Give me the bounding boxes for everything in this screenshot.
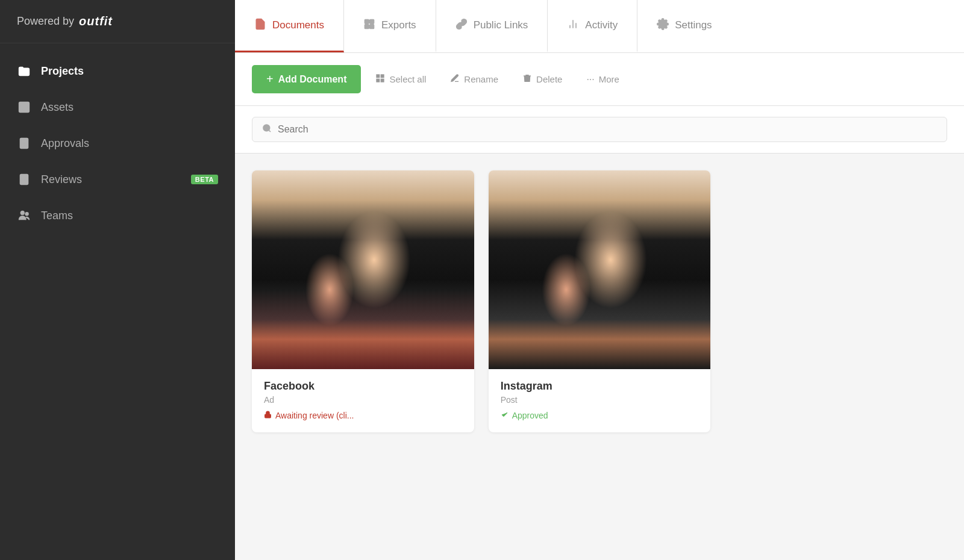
documents-area: Facebook Ad Awaiting review (cli... bbox=[235, 154, 964, 560]
tab-exports-label: Exports bbox=[381, 19, 416, 31]
doc-subtitle-facebook: Ad bbox=[264, 395, 462, 405]
tab-settings[interactable]: Settings bbox=[637, 0, 731, 52]
sidebar-item-label: Approvals bbox=[41, 137, 89, 150]
search-icon bbox=[262, 123, 272, 135]
svg-point-8 bbox=[25, 213, 28, 216]
folder-icon bbox=[17, 64, 31, 78]
doc-photo-instagram bbox=[489, 170, 711, 369]
powered-by-text: Powered by bbox=[17, 15, 74, 28]
sidebar-header: Powered by outfit bbox=[0, 0, 235, 43]
doc-status-facebook: Awaiting review (cli... bbox=[264, 411, 462, 420]
select-all-icon bbox=[375, 73, 385, 86]
sidebar-item-projects[interactable]: Projects bbox=[0, 53, 235, 89]
sidebar-item-label: Reviews bbox=[41, 173, 82, 186]
document-card-instagram[interactable]: Instagram Post Approved bbox=[489, 170, 711, 432]
exports-tab-icon bbox=[363, 18, 375, 33]
tab-documents[interactable]: Documents bbox=[235, 0, 344, 52]
settings-tab-icon bbox=[657, 18, 669, 33]
more-label: More bbox=[599, 74, 619, 84]
activity-tab-icon bbox=[567, 18, 579, 33]
rename-button[interactable]: Rename bbox=[440, 67, 508, 92]
doc-status-label-facebook: Awaiting review (cli... bbox=[275, 411, 354, 420]
document-card-facebook[interactable]: Facebook Ad Awaiting review (cli... bbox=[252, 170, 474, 432]
add-document-button[interactable]: + Add Document bbox=[252, 65, 361, 93]
doc-card-body-facebook: Facebook Ad Awaiting review (cli... bbox=[252, 369, 474, 432]
sidebar-item-reviews[interactable]: Reviews BETA bbox=[0, 161, 235, 198]
add-document-label: Add Document bbox=[278, 74, 347, 85]
svg-rect-20 bbox=[381, 79, 384, 82]
tabs-bar: Documents Exports Public Links bbox=[235, 0, 964, 53]
rename-label: Rename bbox=[464, 74, 498, 84]
tab-documents-label: Documents bbox=[272, 19, 324, 31]
main-content: Documents Exports Public Links bbox=[235, 0, 964, 560]
tab-activity[interactable]: Activity bbox=[548, 0, 637, 52]
svg-rect-11 bbox=[365, 24, 369, 28]
svg-rect-10 bbox=[370, 19, 374, 23]
tab-activity-label: Activity bbox=[585, 19, 618, 31]
sidebar-item-label: Teams bbox=[41, 210, 73, 222]
doc-card-image-instagram bbox=[489, 170, 711, 369]
tab-exports[interactable]: Exports bbox=[344, 0, 436, 52]
sidebar-item-teams[interactable]: Teams bbox=[0, 198, 235, 234]
search-container bbox=[235, 106, 964, 154]
svg-rect-9 bbox=[365, 19, 369, 23]
clipboard-icon bbox=[17, 136, 31, 151]
sidebar-item-assets[interactable]: Assets bbox=[0, 89, 235, 125]
link-tab-icon bbox=[455, 18, 468, 33]
search-box bbox=[252, 117, 947, 142]
tab-settings-label: Settings bbox=[675, 19, 712, 31]
doc-status-label-instagram: Approved bbox=[512, 411, 548, 420]
doc-status-instagram: Approved bbox=[501, 411, 699, 420]
toolbar: + Add Document Select all Rename bbox=[235, 53, 964, 106]
delete-icon bbox=[522, 73, 532, 86]
awaiting-icon bbox=[264, 411, 272, 420]
doc-title-facebook: Facebook bbox=[264, 380, 462, 393]
select-all-label: Select all bbox=[389, 74, 426, 84]
rename-icon bbox=[450, 73, 460, 86]
image-icon bbox=[17, 100, 31, 114]
search-input[interactable] bbox=[278, 124, 937, 135]
users-icon bbox=[17, 208, 31, 223]
beta-badge: BETA bbox=[191, 175, 218, 184]
plus-icon: + bbox=[266, 72, 274, 86]
sidebar-nav: Projects Assets A bbox=[0, 43, 235, 560]
approved-icon bbox=[501, 411, 509, 420]
svg-rect-12 bbox=[370, 24, 374, 28]
doc-title-instagram: Instagram bbox=[501, 380, 699, 393]
more-icon: ··· bbox=[586, 74, 594, 85]
doc-tab-icon bbox=[254, 18, 266, 33]
svg-point-7 bbox=[21, 211, 25, 215]
delete-label: Delete bbox=[536, 74, 562, 84]
doc-card-body-instagram: Instagram Post Approved bbox=[489, 369, 711, 432]
sidebar: Powered by outfit Projects Assets bbox=[0, 0, 235, 560]
sidebar-item-approvals[interactable]: Approvals bbox=[0, 125, 235, 161]
tab-public-links[interactable]: Public Links bbox=[436, 0, 548, 52]
svg-rect-18 bbox=[381, 75, 384, 78]
brand-name: outfit bbox=[79, 14, 113, 28]
select-all-button[interactable]: Select all bbox=[366, 67, 436, 92]
svg-line-22 bbox=[269, 130, 271, 132]
svg-rect-19 bbox=[377, 79, 380, 82]
documents-grid: Facebook Ad Awaiting review (cli... bbox=[252, 170, 947, 432]
svg-point-1 bbox=[21, 104, 23, 106]
doc-subtitle-instagram: Post bbox=[501, 395, 699, 405]
doc-photo-facebook bbox=[252, 170, 474, 369]
svg-rect-17 bbox=[377, 75, 380, 78]
delete-button[interactable]: Delete bbox=[513, 67, 572, 92]
doc-card-image-facebook bbox=[252, 170, 474, 369]
tab-public-links-label: Public Links bbox=[474, 19, 528, 31]
more-button[interactable]: ··· More bbox=[577, 68, 629, 91]
reviews-icon bbox=[17, 172, 31, 187]
sidebar-item-label: Assets bbox=[41, 101, 74, 114]
svg-point-21 bbox=[263, 125, 270, 131]
sidebar-item-label: Projects bbox=[41, 65, 84, 78]
svg-rect-23 bbox=[265, 414, 271, 418]
